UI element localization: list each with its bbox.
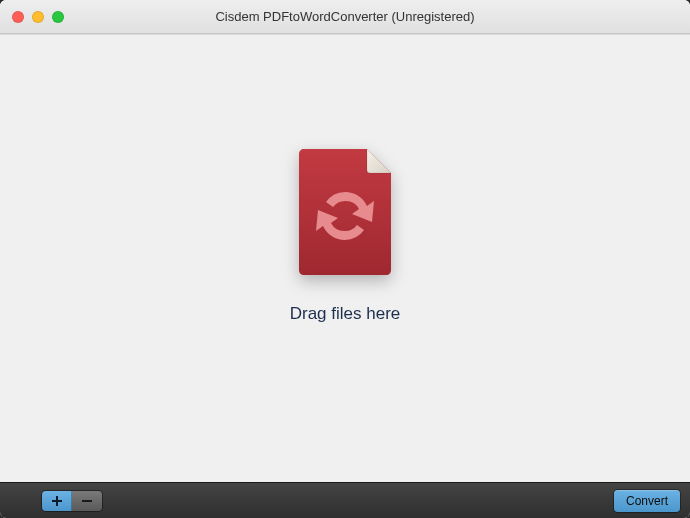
remove-file-button[interactable] — [72, 491, 102, 511]
convert-button[interactable]: Convert — [614, 490, 680, 512]
titlebar: Cisdem PDFtoWordConverter (Unregistered) — [0, 0, 690, 34]
close-icon[interactable] — [12, 11, 24, 23]
app-window: Cisdem PDFtoWordConverter (Unregistered) — [0, 0, 690, 518]
drop-area[interactable]: Drag files here — [0, 34, 690, 482]
maximize-icon[interactable] — [52, 11, 64, 23]
window-title: Cisdem PDFtoWordConverter (Unregistered) — [0, 9, 690, 24]
drop-label: Drag files here — [290, 304, 401, 324]
minimize-icon[interactable] — [32, 11, 44, 23]
plus-icon — [51, 495, 63, 507]
file-convert-icon — [295, 148, 395, 276]
minus-icon — [81, 495, 93, 507]
convert-button-label: Convert — [626, 494, 668, 508]
traffic-lights — [0, 11, 64, 23]
file-convert-illustration — [295, 148, 395, 276]
add-remove-segment — [42, 491, 102, 511]
bottom-toolbar: Convert — [0, 482, 690, 518]
svg-rect-0 — [82, 500, 92, 502]
add-file-button[interactable] — [42, 491, 72, 511]
